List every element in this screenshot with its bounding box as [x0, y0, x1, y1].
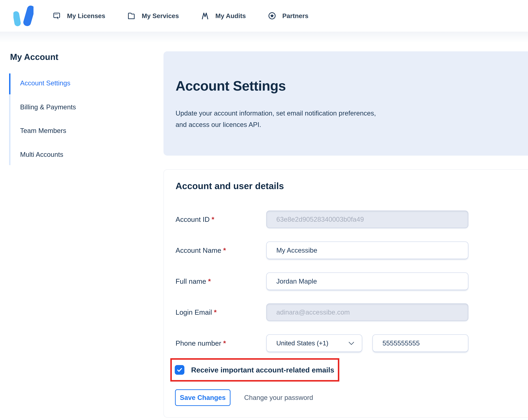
account-id-row: Account ID *	[176, 211, 468, 228]
login-email-input[interactable]	[266, 303, 468, 321]
account-name-row: Account Name *	[176, 241, 468, 259]
services-icon	[127, 12, 136, 20]
nav-item-my-licenses[interactable]: My Licenses	[52, 12, 105, 20]
account-id-label: Account ID *	[176, 215, 266, 223]
account-emails-checkbox[interactable]	[175, 365, 184, 375]
phone-number-input[interactable]	[372, 334, 468, 352]
full-name-row: Full name *	[176, 273, 468, 290]
form-actions: Save Changes Change your password	[175, 389, 313, 406]
top-navigation-bar: My Licenses My Services My Audits Partne…	[0, 0, 528, 32]
account-id-input[interactable]	[266, 211, 468, 228]
phone-number-label: Phone number *	[176, 339, 266, 347]
section-title: Account and user details	[176, 181, 284, 191]
save-changes-button[interactable]: Save Changes	[175, 389, 230, 406]
required-asterisk: *	[223, 339, 226, 347]
account-name-label: Account Name *	[176, 246, 266, 254]
full-name-label: Full name *	[176, 277, 266, 285]
account-name-input[interactable]	[266, 241, 468, 259]
login-email-row: Login Email *	[176, 303, 468, 321]
nav-item-partners[interactable]: Partners	[268, 12, 309, 20]
partners-icon	[268, 12, 276, 20]
page-header-card: Account Settings Update your account inf…	[164, 51, 528, 156]
account-details-card: Account and user details Account ID * Ac…	[164, 169, 528, 418]
nav-label: Partners	[282, 12, 309, 20]
nav-item-my-services[interactable]: My Services	[127, 12, 179, 20]
country-select[interactable]: United States (+1)	[266, 334, 362, 352]
sidebar-title: My Account	[10, 52, 58, 62]
sidebar-active-indicator	[9, 73, 11, 94]
nav-item-my-audits[interactable]: My Audits	[201, 12, 246, 20]
account-emails-checkbox-label: Receive important account-related emails	[191, 366, 334, 374]
nav-label: My Audits	[215, 12, 246, 20]
nav-bottom-shading	[0, 32, 528, 43]
licenses-icon	[52, 12, 61, 20]
change-password-link[interactable]: Change your password	[244, 394, 313, 401]
phone-number-row: Phone number * United States (+1)	[176, 334, 468, 352]
nav-label: My Services	[142, 12, 179, 20]
required-asterisk: *	[208, 277, 211, 285]
sidebar-item-multi-accounts[interactable]: Multi Accounts	[20, 150, 63, 159]
login-email-label: Login Email *	[176, 308, 266, 316]
highlight-annotation-box: Receive important account-related emails	[170, 358, 339, 382]
full-name-input[interactable]	[266, 273, 468, 290]
required-asterisk: *	[212, 216, 214, 223]
checkmark-icon	[177, 367, 183, 373]
audits-icon	[201, 12, 209, 20]
sidebar-rail	[9, 73, 11, 165]
required-asterisk: *	[214, 308, 216, 316]
chevron-down-icon	[348, 340, 355, 347]
required-asterisk: *	[223, 246, 226, 254]
sidebar-item-billing-payments[interactable]: Billing & Payments	[20, 102, 76, 112]
nav-label: My Licenses	[67, 12, 105, 20]
sidebar-item-team-members[interactable]: Team Members	[20, 126, 66, 135]
country-select-value: United States (+1)	[276, 339, 328, 347]
accessibe-logo[interactable]	[13, 5, 34, 26]
page-title: Account Settings	[176, 78, 286, 94]
sidebar-item-account-settings[interactable]: Account Settings	[20, 78, 70, 88]
page-description: Update your account information, set ema…	[176, 108, 376, 130]
nav-items: My Licenses My Services My Audits Partne…	[52, 0, 308, 32]
